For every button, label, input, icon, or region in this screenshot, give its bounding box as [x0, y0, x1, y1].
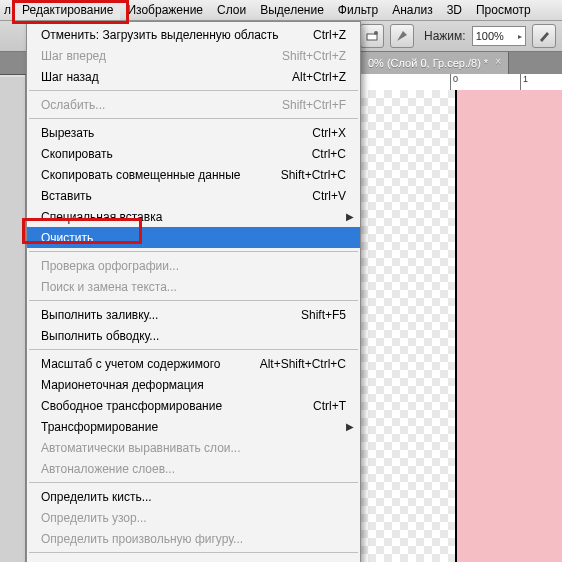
menu-item-shortcut: Ctrl+Z	[313, 28, 346, 42]
menu-separator	[29, 482, 358, 483]
menu-item-label: Автоналожение слоев...	[41, 462, 346, 476]
edit-menu-dropdown: Отменить: Загрузить выделенную областьCt…	[26, 21, 361, 562]
menu-select[interactable]: Выделение	[253, 0, 331, 20]
menu-item: Проверка орфографии...	[27, 255, 360, 276]
menu-item[interactable]: Удалить из памяти▶	[27, 556, 360, 562]
menu-item[interactable]: Трансформирование▶	[27, 416, 360, 437]
menu-item[interactable]: Отменить: Загрузить выделенную областьCt…	[27, 24, 360, 45]
menu-item-shortcut: Ctrl+V	[312, 189, 346, 203]
menu-separator	[29, 349, 358, 350]
menu-image[interactable]: Изображение	[120, 0, 210, 20]
menu-item-shortcut: Shift+Ctrl+F	[282, 98, 346, 112]
menu-item-label: Автоматически выравнивать слои...	[41, 441, 346, 455]
menu-item[interactable]: Свободное трансформированиеCtrl+T	[27, 395, 360, 416]
menu-item-label: Поиск и замена текста...	[41, 280, 346, 294]
document-tab-title: 0% (Слой 0, Гр.сер./8) *	[368, 57, 488, 69]
menu-item-shortcut: Alt+Ctrl+Z	[292, 70, 346, 84]
menu-item-label: Отменить: Загрузить выделенную область	[41, 28, 313, 42]
menu-item-label: Шаг вперед	[41, 49, 282, 63]
menu-item-label: Скопировать	[41, 147, 312, 161]
menu-item[interactable]: Марионеточная деформация	[27, 374, 360, 395]
menu-item[interactable]: Специальная вставка▶	[27, 206, 360, 227]
menu-item[interactable]: Определить кисть...	[27, 486, 360, 507]
menu-item-shortcut: Shift+Ctrl+Z	[282, 49, 346, 63]
menu-item: Автоналожение слоев...	[27, 458, 360, 479]
menu-item: Поиск и замена текста...	[27, 276, 360, 297]
menu-stub: л	[0, 3, 15, 17]
menu-item[interactable]: ВырезатьCtrl+X	[27, 122, 360, 143]
menu-item[interactable]: Скопировать совмещенные данныеShift+Ctrl…	[27, 164, 360, 185]
menu-item-label: Ослабить...	[41, 98, 282, 112]
menu-separator	[29, 300, 358, 301]
close-icon[interactable]: ×	[492, 56, 504, 68]
menu-separator	[29, 118, 358, 119]
chevron-right-icon: ▸	[518, 32, 522, 41]
menu-item-label: Определить узор...	[41, 511, 346, 525]
photoshop-window: л Редактирование Изображение Слои Выделе…	[0, 0, 562, 562]
chevron-right-icon: ▶	[346, 421, 354, 432]
pressure-value: 100%	[476, 30, 504, 42]
menu-item-label: Выполнить заливку...	[41, 308, 301, 322]
menu-item: Определить узор...	[27, 507, 360, 528]
menu-item[interactable]: СкопироватьCtrl+C	[27, 143, 360, 164]
svg-point-1	[374, 31, 378, 35]
menu-view[interactable]: Просмотр	[469, 0, 538, 20]
airbrush-toggle-button[interactable]	[390, 24, 414, 48]
pressure-label: Нажим:	[424, 29, 466, 43]
menu-item[interactable]: Выполнить заливку...Shift+F5	[27, 304, 360, 325]
pressure-field[interactable]: 100% ▸	[472, 26, 526, 46]
menu-item: Автоматически выравнивать слои...	[27, 437, 360, 458]
chevron-right-icon: ▶	[346, 211, 354, 222]
menu-item: Шаг впередShift+Ctrl+Z	[27, 45, 360, 66]
menu-item: Ослабить...Shift+Ctrl+F	[27, 94, 360, 115]
menu-item-label: Марионеточная деформация	[41, 378, 346, 392]
menu-item[interactable]: ВставитьCtrl+V	[27, 185, 360, 206]
menu-item-label: Трансформирование	[41, 420, 346, 434]
ruler-tick: 1	[520, 74, 528, 90]
menu-item: Определить произвольную фигуру...	[27, 528, 360, 549]
horizontal-ruler: 0 1	[360, 74, 562, 91]
eraser-sample-button[interactable]	[360, 24, 384, 48]
menu-item[interactable]: Масштаб с учетом содержимогоAlt+Shift+Ct…	[27, 353, 360, 374]
canvas-surface[interactable]: ｼｼ ｼｼｼ ｼｼ ｼｼｼ ｼｼ ｼ ｼｼ ｼｼｼ ｼｼ ｼｼ ｼｼｼ ｼ ｼｼ…	[455, 90, 562, 562]
menu-separator	[29, 90, 358, 91]
document-tab[interactable]: 0% (Слой 0, Гр.сер./8) * ×	[360, 52, 509, 74]
menu-item-shortcut: Ctrl+X	[312, 126, 346, 140]
menu-item-label: Вырезать	[41, 126, 312, 140]
menu-item-label: Вставить	[41, 189, 312, 203]
menu-filter[interactable]: Фильтр	[331, 0, 385, 20]
menu-separator	[29, 251, 358, 252]
menu-layers[interactable]: Слои	[210, 0, 253, 20]
menu-item-label: Очистить	[41, 231, 346, 245]
menu-item-label: Свободное трансформирование	[41, 399, 313, 413]
menu-3d[interactable]: 3D	[440, 0, 469, 20]
menu-item-label: Специальная вставка	[41, 210, 346, 224]
menu-item-shortcut: Ctrl+T	[313, 399, 346, 413]
menu-item-label: Шаг назад	[41, 70, 292, 84]
menu-item-shortcut: Shift+Ctrl+C	[281, 168, 346, 182]
ruler-tick: 0	[450, 74, 458, 90]
menu-item-label: Скопировать совмещенные данные	[41, 168, 281, 182]
left-panel-strip: 25 им	[0, 52, 26, 562]
menu-item-label: Выполнить обводку...	[41, 329, 346, 343]
pressure-pen-button[interactable]	[532, 24, 556, 48]
menu-item-label: Определить кисть...	[41, 490, 346, 504]
menu-separator	[29, 552, 358, 553]
menu-item-label: Масштаб с учетом содержимого	[41, 357, 260, 371]
menu-item[interactable]: Выполнить обводку...	[27, 325, 360, 346]
menu-item-label: Проверка орфографии...	[41, 259, 346, 273]
menu-item-shortcut: Ctrl+C	[312, 147, 346, 161]
menu-bar: л Редактирование Изображение Слои Выделе…	[0, 0, 562, 21]
menu-analysis[interactable]: Анализ	[385, 0, 440, 20]
menu-item-shortcut: Shift+F5	[301, 308, 346, 322]
menu-edit[interactable]: Редактирование	[15, 0, 120, 20]
menu-item-label: Определить произвольную фигуру...	[41, 532, 346, 546]
menu-item[interactable]: Шаг назадAlt+Ctrl+Z	[27, 66, 360, 87]
menu-item[interactable]: Очистить	[27, 227, 360, 248]
menu-item-shortcut: Alt+Shift+Ctrl+C	[260, 357, 346, 371]
